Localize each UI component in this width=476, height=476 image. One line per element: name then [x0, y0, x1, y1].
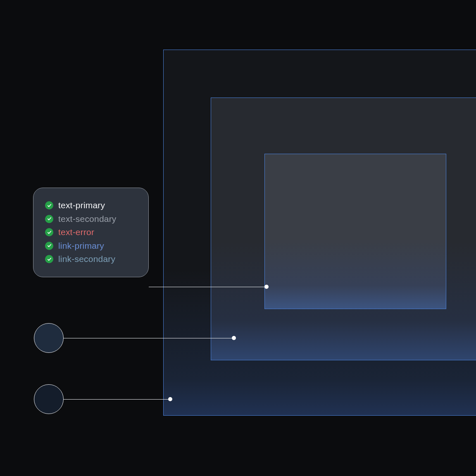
- token-label: text-secondary: [58, 212, 117, 226]
- check-icon: [45, 228, 53, 236]
- connector-dot: [168, 397, 172, 401]
- connector-dot: [232, 336, 236, 340]
- token-row: text-primary: [45, 199, 137, 212]
- token-label: link-primary: [58, 239, 104, 253]
- token-row: link-primary: [45, 239, 137, 253]
- layer-outer: [163, 50, 476, 416]
- token-card: text-primary text-secondary text-error l…: [33, 188, 149, 277]
- layer-middle: [211, 98, 476, 360]
- connector-line: [64, 338, 234, 338]
- connector-line: [149, 287, 267, 287]
- layer-inner: [264, 154, 446, 309]
- token-label: link-secondary: [58, 252, 115, 266]
- check-icon: [45, 242, 53, 250]
- token-row: text-error: [45, 226, 137, 239]
- check-icon: [45, 215, 53, 223]
- check-icon: [45, 201, 53, 209]
- token-label: text-error: [58, 226, 94, 239]
- color-swatch-middle: [34, 323, 64, 353]
- check-icon: [45, 255, 53, 263]
- token-row: text-secondary: [45, 212, 137, 226]
- token-row: link-secondary: [45, 252, 137, 266]
- connector-dot: [264, 285, 269, 289]
- color-swatch-outer: [34, 384, 64, 414]
- token-label: text-primary: [58, 199, 105, 212]
- connector-line: [64, 399, 170, 400]
